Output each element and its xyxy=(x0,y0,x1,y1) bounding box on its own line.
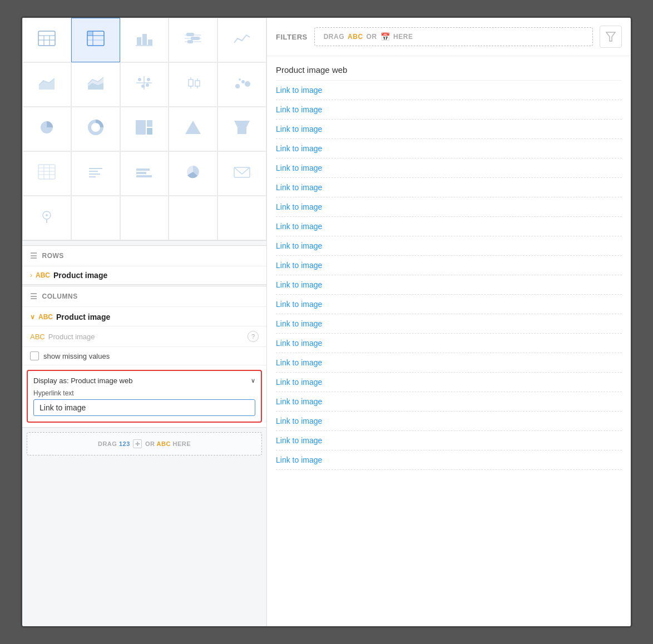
drag-drop-zone[interactable]: DRAG 123 ✛ OR ABC HERE xyxy=(27,432,262,455)
list-item[interactable]: Link to image xyxy=(276,236,622,256)
chart-treemap[interactable] xyxy=(120,107,169,151)
svg-rect-42 xyxy=(147,120,152,127)
svg-rect-29 xyxy=(189,80,193,86)
chart-pivot[interactable] xyxy=(71,18,120,62)
bar-icon xyxy=(135,31,153,50)
chart-map[interactable] xyxy=(22,196,71,240)
svg-point-25 xyxy=(138,78,141,81)
chart-area2[interactable] xyxy=(71,62,120,107)
filter-funnel-button[interactable] xyxy=(600,26,622,48)
rows-icon: ☰ xyxy=(30,251,38,260)
display-as-dropdown[interactable]: Display as: Product image web ∨ xyxy=(33,377,255,385)
svg-rect-18 xyxy=(191,37,200,40)
show-missing-values-checkbox[interactable] xyxy=(30,351,39,360)
list-item[interactable]: Link to image xyxy=(276,275,622,295)
columns-section-header: ☰ COLUMNS xyxy=(22,286,266,307)
col-field-abc: ABC xyxy=(30,333,45,341)
filters-bar: FILTERS DRAG ABC OR 📅 HERE xyxy=(267,18,631,56)
list-item[interactable]: Link to image xyxy=(276,373,622,392)
chart-funnel[interactable] xyxy=(217,107,266,151)
pivot-icon xyxy=(87,31,105,50)
list-item[interactable]: Link to image xyxy=(276,431,622,450)
chart-donut[interactable] xyxy=(71,107,120,151)
table-icon xyxy=(38,31,56,50)
columns-icon: ☰ xyxy=(30,292,38,301)
area-icon xyxy=(38,75,56,95)
list-item[interactable]: Link to image xyxy=(276,256,622,275)
chart-bar[interactable] xyxy=(120,18,169,62)
chart-empty1 xyxy=(71,196,120,240)
list-item[interactable]: Link to image xyxy=(276,314,622,334)
right-panel: FILTERS DRAG ABC OR 📅 HERE Product image… xyxy=(267,18,631,626)
svg-point-37 xyxy=(245,81,250,87)
columns-label: COLUMNS xyxy=(42,293,78,300)
list-item[interactable]: Link to image xyxy=(276,120,622,139)
show-missing-values-row[interactable]: show missing values xyxy=(22,347,266,365)
col-field-row: ABC Product image ? xyxy=(22,326,266,347)
chart-empty3 xyxy=(169,196,217,240)
chart-pie[interactable] xyxy=(22,107,71,151)
filter-drag-zone[interactable]: DRAG ABC OR 📅 HERE xyxy=(314,27,593,46)
display-as-chevron: ∨ xyxy=(251,377,255,384)
chart-line[interactable] xyxy=(217,18,266,62)
svg-point-38 xyxy=(239,78,241,81)
chart-area[interactable] xyxy=(22,62,71,107)
drag-num: 123 xyxy=(119,440,130,447)
list-item[interactable]: Link to image xyxy=(276,178,622,197)
chart-text-table[interactable] xyxy=(71,151,120,196)
svg-rect-32 xyxy=(195,81,200,86)
list-item[interactable]: Link to image xyxy=(276,81,622,100)
chart-grid2[interactable] xyxy=(22,151,71,196)
list-item[interactable]: Link to image xyxy=(276,392,622,412)
filters-label: FILTERS xyxy=(276,33,308,41)
svg-rect-41 xyxy=(136,120,146,135)
chart-cross[interactable] xyxy=(120,62,169,107)
text-table-icon xyxy=(87,164,105,184)
list-item[interactable]: Link to image xyxy=(276,100,622,120)
col-field-help-button[interactable]: ? xyxy=(248,331,259,342)
columns-field-header[interactable]: ∨ ABC Product image xyxy=(22,307,266,326)
hyperlink-input[interactable] xyxy=(33,399,255,416)
line-icon xyxy=(233,31,251,50)
svg-point-36 xyxy=(241,80,245,83)
list-item[interactable]: Link to image xyxy=(276,197,622,217)
show-missing-values-label: show missing values xyxy=(43,352,110,360)
list-item[interactable]: Link to image xyxy=(276,450,622,470)
chart-gantt[interactable] xyxy=(169,18,217,62)
chart-table[interactable] xyxy=(22,18,71,62)
list-item[interactable]: Link to image xyxy=(276,353,622,373)
col-field-name: Product image xyxy=(48,333,95,341)
chart-empty4 xyxy=(217,196,266,240)
svg-rect-19 xyxy=(187,40,193,43)
display-as-label: Display as: Product image web xyxy=(33,377,132,385)
list-item[interactable]: Link to image xyxy=(276,139,622,158)
list-item[interactable]: Link to image xyxy=(276,158,622,178)
col-chevron-down: ∨ xyxy=(30,313,35,321)
list-item[interactable]: Link to image xyxy=(276,412,622,431)
chart-scatter[interactable] xyxy=(217,62,266,107)
funnel-icon xyxy=(606,32,616,42)
links-list: Link to imageLink to imageLink to imageL… xyxy=(276,81,622,470)
list-item[interactable]: Link to image xyxy=(276,334,622,353)
chart-bar3[interactable] xyxy=(120,151,169,196)
rows-pill-chevron: › xyxy=(30,271,32,279)
svg-point-27 xyxy=(141,85,145,88)
svg-rect-10 xyxy=(137,37,141,45)
svg-point-26 xyxy=(146,83,149,87)
chart-pie3[interactable] xyxy=(169,151,217,196)
filter-here: HERE xyxy=(393,33,413,41)
rows-field-pill[interactable]: › ABC Product image xyxy=(22,266,266,284)
svg-point-35 xyxy=(235,84,240,88)
hyperlink-label: Hyperlink text xyxy=(33,389,255,397)
bar3-icon xyxy=(135,164,153,184)
svg-rect-58 xyxy=(136,169,150,171)
grid2-icon xyxy=(38,164,56,184)
list-item[interactable]: Link to image xyxy=(276,295,622,314)
display-as-box: Display as: Product image web ∨ Hyperlin… xyxy=(27,370,262,423)
chart-pyramid[interactable] xyxy=(169,107,217,151)
chart-envelope[interactable] xyxy=(217,151,266,196)
main-content: Product image web Link to imageLink to i… xyxy=(267,56,631,626)
chart-box[interactable] xyxy=(169,62,217,107)
list-item[interactable]: Link to image xyxy=(276,217,622,236)
funnel-icon xyxy=(233,120,251,139)
